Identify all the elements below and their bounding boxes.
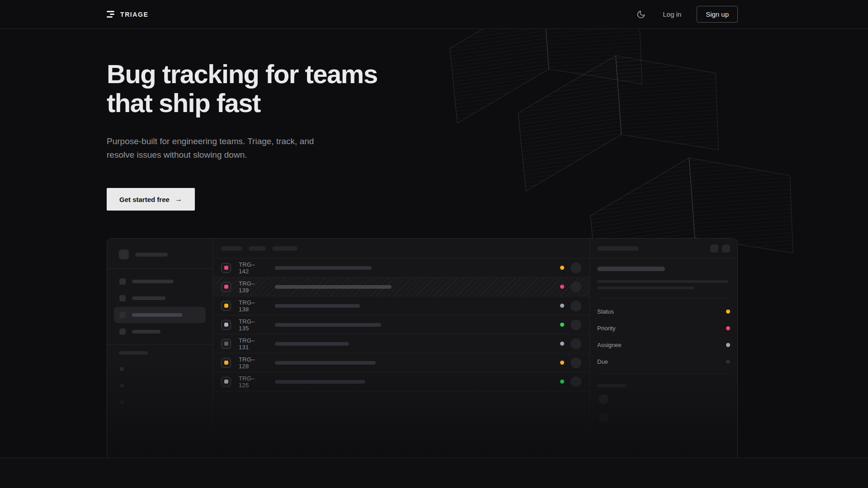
hero-subtitle: Purpose-built for engineering teams. Tri… <box>107 135 423 162</box>
issue-type-icon <box>221 320 231 330</box>
issue-row: TRG–138 <box>213 296 590 315</box>
skeleton-title-bar <box>275 285 392 289</box>
issue-id: TRG–128 <box>239 356 265 370</box>
skeleton-bar <box>597 286 694 289</box>
avatar <box>571 282 581 292</box>
issue-type-icon <box>221 282 231 292</box>
skeleton-dot <box>120 400 124 404</box>
nav-actions: Log in Sign up <box>635 6 738 23</box>
skeleton-dot <box>120 367 124 371</box>
avatar <box>571 319 581 330</box>
issue-row: TRG–135 <box>213 315 590 334</box>
skeleton-pill <box>249 246 266 251</box>
mockup-sidebar <box>107 239 213 458</box>
skeleton-bar <box>132 330 160 333</box>
arrow-right-icon: → <box>175 195 182 203</box>
field-label: Due <box>597 358 608 365</box>
issue-type-icon <box>221 358 231 368</box>
skeleton-bar <box>597 280 728 283</box>
page-title: Bug tracking for teams that ship fast <box>107 60 423 117</box>
workspace-row <box>107 239 212 268</box>
detail-panel-body: Status Priority Assignee Due <box>590 258 737 422</box>
field-row: Assignee <box>597 337 730 353</box>
sidebar-section <box>107 345 212 404</box>
nav-item-icon <box>119 295 126 301</box>
workspace-avatar <box>119 249 129 259</box>
title-line-2: that ship fast <box>107 88 260 117</box>
skeleton-title-bar <box>275 323 381 327</box>
skeleton-bar <box>597 246 639 251</box>
issue-row: TRG–131 <box>213 334 590 353</box>
avatar <box>571 263 581 273</box>
skeleton-title-bar <box>275 304 360 308</box>
status-dot <box>560 266 564 270</box>
sidebar-item <box>114 324 206 340</box>
subtitle-line-1: Purpose-built for engineering teams. Tri… <box>107 136 314 146</box>
skeleton-bar <box>132 313 182 317</box>
app-mockup: TRG–142 TRG–139 TRG–138 <box>107 238 738 458</box>
assignee-dot <box>726 343 730 347</box>
skeleton-title-bar <box>275 342 349 346</box>
brand[interactable]: TRIAGE <box>107 11 149 18</box>
field-list: Status Priority Assignee Due <box>597 299 730 371</box>
skeleton-title-bar <box>275 361 376 365</box>
avatar <box>571 376 581 387</box>
skeleton-title-bar <box>597 267 665 271</box>
field-label: Status <box>597 308 614 315</box>
sidebar-item <box>114 273 206 290</box>
skeleton-bar <box>132 296 165 300</box>
issue-row: TRG–128 <box>213 353 590 372</box>
avatar <box>571 338 581 349</box>
issue-id: TRG–139 <box>239 280 265 294</box>
issue-row: TRG–139 <box>213 277 590 296</box>
issue-type-icon <box>221 301 231 311</box>
signup-button[interactable]: Sign up <box>697 6 738 23</box>
status-dot <box>560 380 564 384</box>
skeleton-title-bar <box>275 380 365 384</box>
issue-type-icon <box>221 377 231 387</box>
top-nav: TRIAGE Log in Sign up <box>0 0 868 29</box>
skeleton-pill <box>221 246 242 251</box>
status-dot <box>726 310 730 314</box>
panel-action-button <box>722 244 730 253</box>
theme-toggle-button[interactable] <box>635 8 647 21</box>
skeleton-label <box>597 384 626 387</box>
login-link[interactable]: Log in <box>663 10 681 18</box>
detail-panel: Status Priority Assignee Due <box>590 239 737 458</box>
issue-type-icon <box>221 339 231 349</box>
status-dot <box>560 304 564 308</box>
hero-content: Bug tracking for teams that ship fast Pu… <box>107 29 423 211</box>
sidebar-item <box>114 290 206 306</box>
subtitle-line-2: resolve issues without slowing down. <box>107 150 247 160</box>
skeleton-title-bar <box>275 266 372 270</box>
status-dot <box>560 285 564 289</box>
issue-row: TRG–125 <box>213 372 590 391</box>
sidebar-nav <box>107 269 212 340</box>
issue-id: TRG–142 <box>239 261 265 275</box>
divider <box>597 374 730 374</box>
field-label: Assignee <box>597 342 621 348</box>
get-started-button[interactable]: Get started free → <box>107 188 195 211</box>
status-dot <box>560 361 564 365</box>
nav-item-icon <box>119 312 126 318</box>
cta-label: Get started free <box>119 196 170 203</box>
hero-section: Bug tracking for teams that ship fast Pu… <box>0 29 868 458</box>
issue-row: TRG–142 <box>213 258 590 277</box>
due-dot <box>726 360 730 364</box>
nav-item-icon <box>119 278 126 285</box>
field-row: Due <box>597 353 730 370</box>
field-label: Priority <box>597 325 615 332</box>
avatar <box>571 357 581 368</box>
skeleton-pill <box>272 246 297 251</box>
issue-id: TRG–125 <box>239 375 265 389</box>
skeleton-dot <box>120 384 124 388</box>
avatar <box>599 394 609 404</box>
nav-item-icon <box>119 328 126 335</box>
title-line-1: Bug tracking for teams <box>107 59 377 89</box>
status-dot <box>560 323 564 327</box>
skeleton-bar <box>132 280 174 283</box>
field-row: Status <box>597 303 730 320</box>
avatar <box>571 300 581 311</box>
moon-icon <box>637 10 646 19</box>
triage-logo-icon <box>107 11 115 18</box>
